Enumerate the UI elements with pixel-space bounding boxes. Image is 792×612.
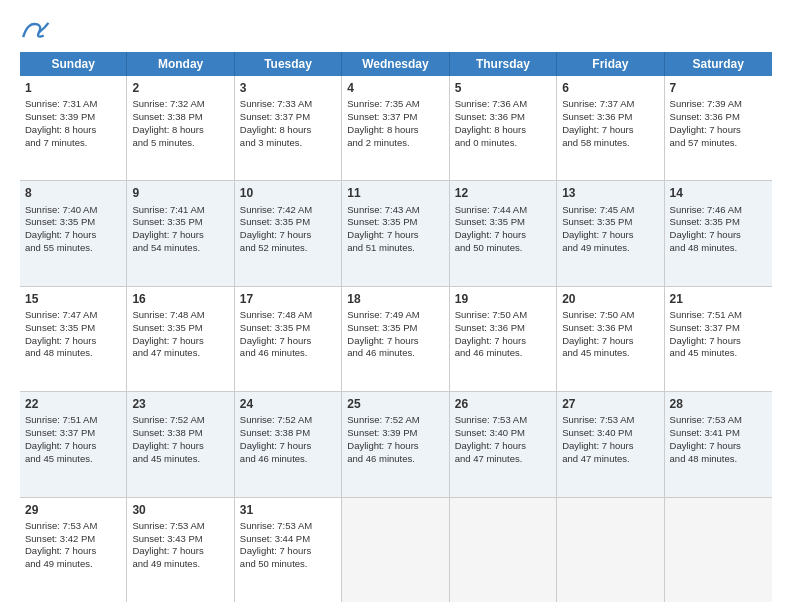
day-info-line-3: Daylight: 7 hours (562, 124, 658, 137)
day-info-line-3: Daylight: 7 hours (347, 335, 443, 348)
day-info-line-3: Daylight: 7 hours (240, 440, 336, 453)
day-info-line-1: Sunrise: 7:53 AM (562, 414, 658, 427)
day-info-line-2: Sunset: 3:44 PM (240, 533, 336, 546)
day-number: 28 (670, 396, 767, 412)
day-number: 25 (347, 396, 443, 412)
day-number: 30 (132, 502, 228, 518)
day-info-line-4: and 46 minutes. (347, 347, 443, 360)
calendar-day-21: 21Sunrise: 7:51 AMSunset: 3:37 PMDayligh… (665, 287, 772, 391)
calendar-day-empty (557, 498, 664, 602)
day-number: 4 (347, 80, 443, 96)
day-info-line-4: and 55 minutes. (25, 242, 121, 255)
day-info-line-3: Daylight: 8 hours (132, 124, 228, 137)
day-info-line-1: Sunrise: 7:52 AM (132, 414, 228, 427)
day-info-line-4: and 45 minutes. (132, 453, 228, 466)
day-info-line-3: Daylight: 7 hours (240, 545, 336, 558)
day-info-line-3: Daylight: 7 hours (670, 229, 767, 242)
day-info-line-1: Sunrise: 7:39 AM (670, 98, 767, 111)
day-info-line-1: Sunrise: 7:31 AM (25, 98, 121, 111)
calendar-day-8: 8Sunrise: 7:40 AMSunset: 3:35 PMDaylight… (20, 181, 127, 285)
day-info-line-3: Daylight: 7 hours (455, 335, 551, 348)
day-info-line-1: Sunrise: 7:50 AM (562, 309, 658, 322)
calendar-day-empty (450, 498, 557, 602)
header-day-sunday: Sunday (20, 52, 127, 76)
day-info-line-1: Sunrise: 7:49 AM (347, 309, 443, 322)
day-info-line-3: Daylight: 7 hours (670, 440, 767, 453)
day-info-line-2: Sunset: 3:35 PM (455, 216, 551, 229)
calendar-day-12: 12Sunrise: 7:44 AMSunset: 3:35 PMDayligh… (450, 181, 557, 285)
calendar-day-3: 3Sunrise: 7:33 AMSunset: 3:37 PMDaylight… (235, 76, 342, 180)
day-info-line-2: Sunset: 3:37 PM (240, 111, 336, 124)
day-info-line-2: Sunset: 3:35 PM (562, 216, 658, 229)
day-number: 27 (562, 396, 658, 412)
day-info-line-1: Sunrise: 7:33 AM (240, 98, 336, 111)
day-info-line-4: and 49 minutes. (132, 558, 228, 571)
header-day-tuesday: Tuesday (235, 52, 342, 76)
day-number: 23 (132, 396, 228, 412)
day-info-line-2: Sunset: 3:38 PM (132, 427, 228, 440)
day-info-line-1: Sunrise: 7:42 AM (240, 204, 336, 217)
day-info-line-4: and 54 minutes. (132, 242, 228, 255)
day-info-line-2: Sunset: 3:36 PM (562, 111, 658, 124)
day-number: 10 (240, 185, 336, 201)
day-info-line-3: Daylight: 8 hours (347, 124, 443, 137)
day-info-line-3: Daylight: 7 hours (670, 124, 767, 137)
day-info-line-3: Daylight: 7 hours (347, 229, 443, 242)
day-info-line-2: Sunset: 3:40 PM (455, 427, 551, 440)
day-info-line-4: and 48 minutes. (670, 242, 767, 255)
day-info-line-3: Daylight: 7 hours (25, 229, 121, 242)
day-info-line-4: and 47 minutes. (132, 347, 228, 360)
day-info-line-4: and 2 minutes. (347, 137, 443, 150)
calendar-day-11: 11Sunrise: 7:43 AMSunset: 3:35 PMDayligh… (342, 181, 449, 285)
day-info-line-1: Sunrise: 7:46 AM (670, 204, 767, 217)
day-number: 6 (562, 80, 658, 96)
day-info-line-4: and 5 minutes. (132, 137, 228, 150)
calendar-day-10: 10Sunrise: 7:42 AMSunset: 3:35 PMDayligh… (235, 181, 342, 285)
calendar-week-3: 15Sunrise: 7:47 AMSunset: 3:35 PMDayligh… (20, 287, 772, 392)
day-info-line-4: and 50 minutes. (240, 558, 336, 571)
day-info-line-1: Sunrise: 7:32 AM (132, 98, 228, 111)
day-info-line-2: Sunset: 3:35 PM (132, 216, 228, 229)
calendar-day-2: 2Sunrise: 7:32 AMSunset: 3:38 PMDaylight… (127, 76, 234, 180)
day-info-line-4: and 57 minutes. (670, 137, 767, 150)
day-info-line-1: Sunrise: 7:36 AM (455, 98, 551, 111)
day-number: 3 (240, 80, 336, 96)
calendar-body: 1Sunrise: 7:31 AMSunset: 3:39 PMDaylight… (20, 76, 772, 602)
day-info-line-4: and 45 minutes. (25, 453, 121, 466)
day-info-line-2: Sunset: 3:35 PM (347, 216, 443, 229)
day-info-line-2: Sunset: 3:35 PM (240, 216, 336, 229)
header-day-friday: Friday (557, 52, 664, 76)
day-info-line-4: and 46 minutes. (240, 347, 336, 360)
svg-rect-0 (20, 18, 50, 42)
day-number: 24 (240, 396, 336, 412)
logo-icon (20, 18, 50, 42)
day-info-line-1: Sunrise: 7:53 AM (670, 414, 767, 427)
day-number: 21 (670, 291, 767, 307)
day-info-line-1: Sunrise: 7:52 AM (240, 414, 336, 427)
day-info-line-3: Daylight: 7 hours (132, 335, 228, 348)
day-info-line-1: Sunrise: 7:44 AM (455, 204, 551, 217)
day-info-line-2: Sunset: 3:38 PM (132, 111, 228, 124)
day-number: 13 (562, 185, 658, 201)
header-day-monday: Monday (127, 52, 234, 76)
day-info-line-4: and 47 minutes. (562, 453, 658, 466)
day-info-line-2: Sunset: 3:37 PM (670, 322, 767, 335)
calendar-day-28: 28Sunrise: 7:53 AMSunset: 3:41 PMDayligh… (665, 392, 772, 496)
calendar-day-22: 22Sunrise: 7:51 AMSunset: 3:37 PMDayligh… (20, 392, 127, 496)
day-info-line-2: Sunset: 3:37 PM (347, 111, 443, 124)
day-info-line-2: Sunset: 3:35 PM (25, 322, 121, 335)
calendar-day-30: 30Sunrise: 7:53 AMSunset: 3:43 PMDayligh… (127, 498, 234, 602)
day-info-line-4: and 48 minutes. (670, 453, 767, 466)
day-info-line-4: and 7 minutes. (25, 137, 121, 150)
day-info-line-4: and 48 minutes. (25, 347, 121, 360)
day-number: 2 (132, 80, 228, 96)
day-number: 12 (455, 185, 551, 201)
day-number: 20 (562, 291, 658, 307)
calendar-day-20: 20Sunrise: 7:50 AMSunset: 3:36 PMDayligh… (557, 287, 664, 391)
day-number: 7 (670, 80, 767, 96)
calendar-week-4: 22Sunrise: 7:51 AMSunset: 3:37 PMDayligh… (20, 392, 772, 497)
day-info-line-4: and 0 minutes. (455, 137, 551, 150)
day-info-line-3: Daylight: 7 hours (25, 545, 121, 558)
day-number: 15 (25, 291, 121, 307)
day-info-line-2: Sunset: 3:39 PM (25, 111, 121, 124)
